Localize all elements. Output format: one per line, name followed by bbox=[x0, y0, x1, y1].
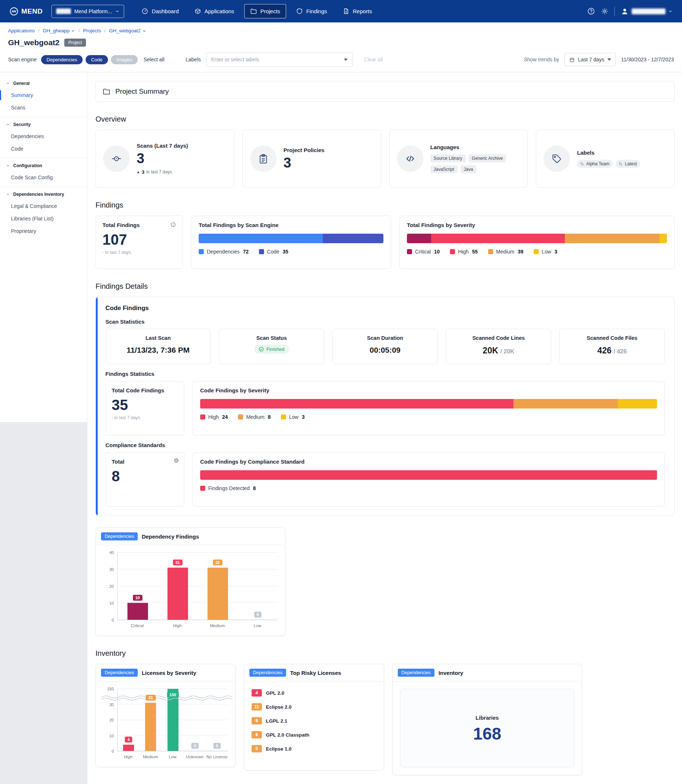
dependencies-tag: Dependencies bbox=[101, 532, 138, 540]
nav-item-applications[interactable]: Applications bbox=[189, 5, 240, 18]
by-engine-title: Total Findings by Scan Engine bbox=[199, 222, 383, 228]
sidebar-item-proprietary[interactable]: Proprietary bbox=[0, 225, 87, 237]
findings-by-engine-card: Total Findings by Scan Engine Dependenci… bbox=[191, 216, 391, 269]
scans-trend: ▲ 3 in last 7 days bbox=[137, 169, 188, 175]
licenses-by-severity-title: Licenses by Severity bbox=[142, 670, 196, 676]
y-tick-label: 0 bbox=[112, 749, 114, 754]
risky-license-row[interactable]: 11 Eclipse 2.0 bbox=[248, 700, 380, 714]
legend-swatch bbox=[259, 249, 264, 254]
left-sidebar: General Summary Scans Security Dependenc… bbox=[0, 72, 88, 784]
tag-icon bbox=[580, 162, 584, 166]
date-range-text: 11/30/2023 - 12/7/2023 bbox=[621, 57, 674, 62]
redacted-user-name bbox=[632, 8, 666, 14]
nav-item-dashboard[interactable]: Dashboard bbox=[136, 5, 184, 18]
sidebar-item-code[interactable]: Code bbox=[0, 142, 87, 155]
scan-duration-value: 00:05:09 bbox=[336, 346, 434, 354]
main-content: Project Summary Overview Scans (Last 7 d… bbox=[88, 72, 682, 784]
code-findings-by-compliance-card: Code Findings by Compliance Standard Fin… bbox=[193, 452, 665, 507]
engine-pill-dependencies[interactable]: Dependencies bbox=[41, 55, 83, 64]
risky-licenses-list: 4 GPL 2.0 11 Eclipse 2.0 9 LGPL 2.1 6 GP… bbox=[244, 682, 384, 760]
breadcrumb-project-select[interactable]: GH_webgoat2 bbox=[109, 28, 146, 34]
page-title: GH_webgoat2 bbox=[8, 38, 59, 47]
sidebar-header-dependencies-inventory[interactable]: Dependencies Inventory bbox=[0, 188, 87, 200]
inventory-card: Dependencies Inventory Libraries 168 bbox=[392, 664, 582, 775]
legend-item-high: High55 bbox=[450, 249, 477, 255]
sidebar-item-scans[interactable]: Scans bbox=[0, 101, 87, 114]
total-findings-title: Total Findings bbox=[102, 222, 140, 228]
code-findings-title: Code Findings bbox=[105, 305, 665, 312]
risky-license-row[interactable]: 9 LGPL 2.1 bbox=[248, 714, 380, 728]
legend-item-low: Low3 bbox=[281, 414, 304, 420]
chevron-up-icon bbox=[6, 193, 10, 196]
dependencies-tag: Dependencies bbox=[249, 669, 286, 677]
trend-range-select[interactable]: Last 7 days bbox=[564, 53, 616, 66]
risky-license-row[interactable]: 4 GPL 2.0 bbox=[248, 686, 380, 700]
user-menu[interactable] bbox=[621, 7, 672, 16]
labels-select-input[interactable]: Enter or select labels bbox=[206, 53, 353, 67]
sidebar-item-legal-compliance[interactable]: Legal & Compliance bbox=[0, 200, 87, 212]
nav-item-reports[interactable]: Reports bbox=[337, 5, 378, 18]
last-scan-card: Last Scan 11/13/23, 7:36 PM bbox=[105, 329, 211, 364]
help-icon[interactable] bbox=[587, 7, 595, 15]
filter-bar: Scan engine Dependencies Code Images Sel… bbox=[0, 53, 682, 72]
labels-card: Labels Alpha Team Latest bbox=[536, 130, 675, 188]
caret-down-icon bbox=[344, 58, 348, 61]
scans-card: Scans (Last 7 days) 3 ▲ 3 in last 7 days bbox=[96, 130, 234, 188]
project-policies-card: Project Policies 3 bbox=[242, 130, 381, 188]
chart-y-axis: 010203040 bbox=[103, 552, 117, 620]
bar-value-badge: 150 bbox=[167, 692, 178, 698]
scans-card-title: Scans (Last 7 days) bbox=[137, 142, 188, 149]
bar-medium: 31 bbox=[140, 689, 162, 751]
nav-item-findings[interactable]: Findings bbox=[290, 5, 333, 18]
y-tick-label: 30 bbox=[110, 703, 114, 707]
sidebar-item-dependencies[interactable]: Dependencies bbox=[0, 130, 87, 142]
y-tick-label: 30 bbox=[110, 567, 114, 572]
license-name: GPL 2.0 bbox=[266, 690, 284, 696]
y-tick-label: 10 bbox=[110, 734, 114, 738]
chart-x-axis: HighMediumLowUnknownNo License bbox=[117, 751, 228, 765]
sidebar-header-security[interactable]: Security bbox=[0, 118, 87, 130]
select-all-link[interactable]: Select all bbox=[143, 57, 164, 62]
breadcrumb-application-select[interactable]: GH_gheapp bbox=[43, 28, 75, 34]
sidebar-item-code-scan-config[interactable]: Code Scan Config bbox=[0, 171, 87, 184]
libraries-count: 168 bbox=[473, 725, 501, 742]
scan-duration-card: Scan Duration 00:05:09 bbox=[332, 329, 438, 364]
y-tick-label: 20 bbox=[110, 718, 114, 722]
bar-high: 31 bbox=[158, 552, 198, 620]
dependency-findings-card: Dependencies Dependency Findings 0102030… bbox=[96, 528, 285, 636]
project-summary-title: Project Summary bbox=[115, 88, 169, 96]
bar-critical: 10 bbox=[118, 552, 158, 620]
sidebar-header-general[interactable]: General bbox=[0, 77, 87, 89]
bar-value-badge: 31 bbox=[146, 695, 155, 701]
gear-icon[interactable]: ⚙ bbox=[174, 458, 179, 464]
chevron-up-icon bbox=[6, 81, 10, 86]
info-icon[interactable] bbox=[170, 222, 176, 227]
sidebar-header-configuration[interactable]: Configuration bbox=[0, 159, 87, 171]
risky-license-row[interactable]: 5 Eclipse 1.0 bbox=[248, 742, 380, 756]
tag-icon bbox=[543, 145, 570, 172]
breadcrumb-projects[interactable]: Projects bbox=[83, 28, 101, 34]
chevron-up-icon bbox=[6, 123, 10, 127]
sidebar-item-summary[interactable]: Summary bbox=[0, 89, 87, 101]
scan-icon bbox=[103, 145, 130, 172]
nav-item-label: Applications bbox=[205, 8, 234, 14]
sidebar-item-libraries-flat-list[interactable]: Libraries (Flat List) bbox=[0, 212, 87, 225]
risky-license-row[interactable]: 6 GPL 2.0 Classpath bbox=[248, 728, 380, 742]
legend-swatch bbox=[488, 249, 493, 254]
bar-value-badge: 0 bbox=[254, 612, 261, 618]
legend-item-medium: Medium39 bbox=[488, 249, 523, 255]
nav-item-projects[interactable]: Projects bbox=[244, 4, 286, 18]
labels-label: Labels bbox=[186, 57, 201, 62]
settings-gear-icon[interactable] bbox=[601, 7, 609, 15]
libraries-metric-box[interactable]: Libraries 168 bbox=[400, 689, 574, 768]
engine-pill-code[interactable]: Code bbox=[86, 55, 108, 64]
breadcrumb-applications[interactable]: Applications bbox=[8, 28, 35, 34]
code-severity-legend: High24Medium8Low3 bbox=[200, 414, 657, 420]
bar-value-badge: 0 bbox=[214, 743, 221, 749]
sidebar-section-general: General Summary Scans bbox=[0, 76, 87, 117]
bar-segment-critical bbox=[407, 234, 431, 243]
platform-select[interactable]: Mend Platform... bbox=[51, 5, 124, 18]
scan-engine-label: Scan engine bbox=[8, 57, 37, 62]
mend-logo[interactable]: MEND bbox=[10, 7, 43, 16]
chart-y-axis: 0102030150 bbox=[103, 689, 117, 751]
